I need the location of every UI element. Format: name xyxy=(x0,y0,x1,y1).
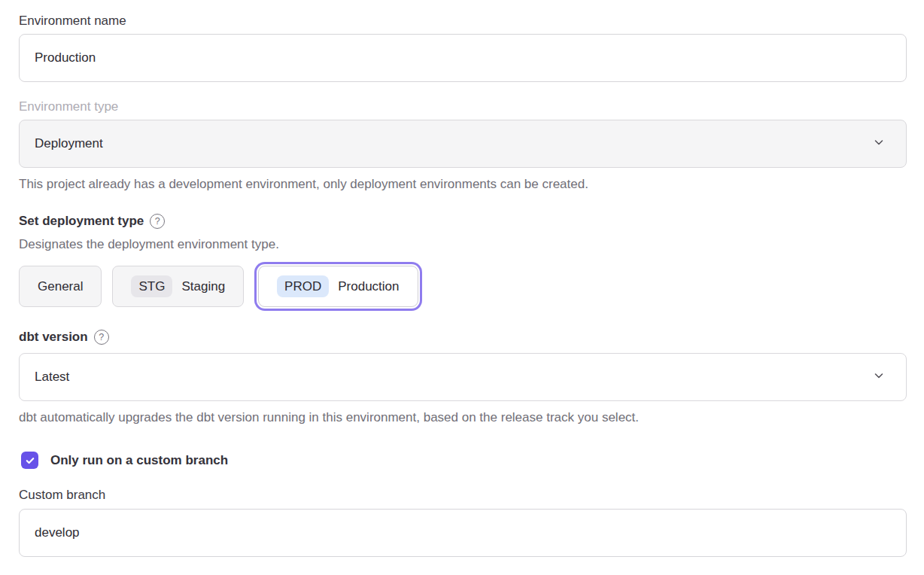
custom-branch-toggle-row: Only run on a custom branch xyxy=(19,452,907,469)
environment-type-helper-text: This project already has a development e… xyxy=(19,175,907,193)
deployment-type-option-staging[interactable]: STG Staging xyxy=(112,266,244,307)
environment-name-label: Environment name xyxy=(19,13,907,29)
deployment-type-option-staging-label: Staging xyxy=(181,279,225,294)
deployment-type-options: General STG Staging PROD Production xyxy=(19,266,907,307)
custom-branch-toggle-label[interactable]: Only run on a custom branch xyxy=(50,453,228,468)
environment-type-value: Deployment xyxy=(35,136,103,151)
deployment-type-description: Designates the deployment environment ty… xyxy=(19,236,907,254)
dbt-version-heading: dbt version ? xyxy=(19,329,907,345)
dbt-version-heading-text: dbt version xyxy=(19,329,88,345)
custom-branch-input[interactable] xyxy=(19,509,907,557)
staging-badge: STG xyxy=(131,275,172,297)
deployment-type-option-general[interactable]: General xyxy=(19,266,102,307)
help-icon[interactable]: ? xyxy=(94,330,109,345)
chevron-down-icon xyxy=(873,136,885,152)
deployment-type-option-general-label: General xyxy=(38,279,83,294)
dbt-version-helper-text: dbt automatically upgrades the dbt versi… xyxy=(19,409,907,427)
checkmark-icon xyxy=(25,455,35,466)
environment-name-input[interactable] xyxy=(19,34,907,82)
chevron-down-icon xyxy=(873,370,885,385)
environment-type-label: Environment type xyxy=(19,99,907,115)
environment-type-select[interactable]: Deployment xyxy=(19,120,907,168)
dbt-version-value: Latest xyxy=(35,370,69,385)
custom-branch-label: Custom branch xyxy=(19,487,907,504)
environment-settings-form: Environment name Environment type Deploy… xyxy=(0,0,924,557)
custom-branch-checkbox[interactable] xyxy=(21,452,38,469)
production-badge: PROD xyxy=(277,275,329,297)
deployment-type-heading-text: Set deployment type xyxy=(19,213,144,230)
deployment-type-option-production-label: Production xyxy=(338,279,399,294)
dbt-version-select[interactable]: Latest xyxy=(19,353,907,401)
deployment-type-option-production[interactable]: PROD Production xyxy=(258,266,418,307)
deployment-type-heading: Set deployment type ? xyxy=(19,213,907,230)
help-icon[interactable]: ? xyxy=(150,214,165,229)
